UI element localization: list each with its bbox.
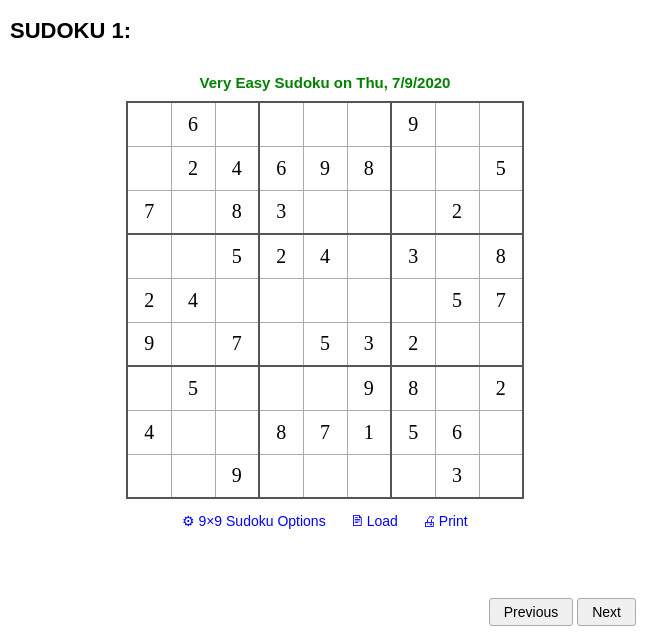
cell-4-6[interactable] [391, 278, 435, 322]
cell-6-2[interactable] [215, 366, 259, 410]
cell-8-3[interactable] [259, 454, 303, 498]
print-label: Print [439, 513, 468, 529]
cell-8-5[interactable] [347, 454, 391, 498]
cell-2-0[interactable]: 7 [127, 190, 171, 234]
cell-6-0[interactable] [127, 366, 171, 410]
cell-1-1[interactable]: 2 [171, 146, 215, 190]
cell-5-5[interactable]: 3 [347, 322, 391, 366]
cell-8-7[interactable]: 3 [435, 454, 479, 498]
cell-3-6[interactable]: 3 [391, 234, 435, 278]
sudoku-grid: 69246985783252438245797532598248715693 [126, 101, 524, 499]
cell-2-2[interactable]: 8 [215, 190, 259, 234]
sudoku-subtitle: Very Easy Sudoku on Thu, 7/9/2020 [200, 74, 451, 91]
load-label: Load [367, 513, 398, 529]
print-icon: 🖨 [422, 513, 436, 529]
grid-options-link[interactable]: ⚙ 9×9 Sudoku Options [182, 513, 325, 529]
cell-5-6[interactable]: 2 [391, 322, 435, 366]
cell-2-6[interactable] [391, 190, 435, 234]
cell-1-8[interactable]: 5 [479, 146, 523, 190]
cell-1-0[interactable] [127, 146, 171, 190]
cell-7-3[interactable]: 8 [259, 410, 303, 454]
cell-8-1[interactable] [171, 454, 215, 498]
cell-7-7[interactable]: 6 [435, 410, 479, 454]
cell-6-7[interactable] [435, 366, 479, 410]
cell-7-5[interactable]: 1 [347, 410, 391, 454]
print-link[interactable]: 🖨 Print [422, 513, 468, 529]
cell-0-0[interactable] [127, 102, 171, 146]
cell-4-2[interactable] [215, 278, 259, 322]
cell-7-4[interactable]: 7 [303, 410, 347, 454]
cell-5-7[interactable] [435, 322, 479, 366]
cell-7-8[interactable] [479, 410, 523, 454]
cell-5-3[interactable] [259, 322, 303, 366]
cell-3-4[interactable]: 4 [303, 234, 347, 278]
cell-2-5[interactable] [347, 190, 391, 234]
cell-1-5[interactable]: 8 [347, 146, 391, 190]
cell-1-2[interactable]: 4 [215, 146, 259, 190]
cell-7-6[interactable]: 5 [391, 410, 435, 454]
cell-4-1[interactable]: 4 [171, 278, 215, 322]
sudoku-options: ⚙ 9×9 Sudoku Options 🖹 Load 🖨 Print [182, 513, 467, 529]
cell-4-5[interactable] [347, 278, 391, 322]
cell-7-0[interactable]: 4 [127, 410, 171, 454]
cell-2-4[interactable] [303, 190, 347, 234]
cell-8-2[interactable]: 9 [215, 454, 259, 498]
cell-7-1[interactable] [171, 410, 215, 454]
cell-0-6[interactable]: 9 [391, 102, 435, 146]
next-button[interactable]: Next [577, 598, 636, 626]
cell-0-4[interactable] [303, 102, 347, 146]
cell-8-6[interactable] [391, 454, 435, 498]
cell-4-4[interactable] [303, 278, 347, 322]
nav-buttons: Previous Next [489, 598, 636, 626]
load-icon: 🖹 [350, 513, 364, 529]
cell-1-4[interactable]: 9 [303, 146, 347, 190]
cell-2-1[interactable] [171, 190, 215, 234]
cell-4-3[interactable] [259, 278, 303, 322]
gear-icon: ⚙ [182, 513, 195, 529]
cell-3-8[interactable]: 8 [479, 234, 523, 278]
cell-5-2[interactable]: 7 [215, 322, 259, 366]
cell-6-5[interactable]: 9 [347, 366, 391, 410]
cell-5-8[interactable] [479, 322, 523, 366]
cell-5-0[interactable]: 9 [127, 322, 171, 366]
cell-8-0[interactable] [127, 454, 171, 498]
cell-7-2[interactable] [215, 410, 259, 454]
cell-1-3[interactable]: 6 [259, 146, 303, 190]
cell-6-4[interactable] [303, 366, 347, 410]
grid-options-label: 9×9 Sudoku Options [198, 513, 325, 529]
cell-0-1[interactable]: 6 [171, 102, 215, 146]
cell-3-3[interactable]: 2 [259, 234, 303, 278]
cell-6-8[interactable]: 2 [479, 366, 523, 410]
page-title: SUDOKU 1: [0, 0, 650, 44]
cell-0-7[interactable] [435, 102, 479, 146]
cell-0-5[interactable] [347, 102, 391, 146]
cell-2-3[interactable]: 3 [259, 190, 303, 234]
cell-4-0[interactable]: 2 [127, 278, 171, 322]
previous-button[interactable]: Previous [489, 598, 573, 626]
sudoku-container: Very Easy Sudoku on Thu, 7/9/2020 692469… [0, 74, 650, 529]
cell-6-6[interactable]: 8 [391, 366, 435, 410]
cell-3-0[interactable] [127, 234, 171, 278]
cell-4-8[interactable]: 7 [479, 278, 523, 322]
cell-3-1[interactable] [171, 234, 215, 278]
cell-6-1[interactable]: 5 [171, 366, 215, 410]
cell-1-6[interactable] [391, 146, 435, 190]
cell-8-8[interactable] [479, 454, 523, 498]
cell-2-8[interactable] [479, 190, 523, 234]
cell-3-5[interactable] [347, 234, 391, 278]
cell-5-1[interactable] [171, 322, 215, 366]
load-link[interactable]: 🖹 Load [350, 513, 398, 529]
cell-0-3[interactable] [259, 102, 303, 146]
cell-1-7[interactable] [435, 146, 479, 190]
cell-4-7[interactable]: 5 [435, 278, 479, 322]
cell-8-4[interactable] [303, 454, 347, 498]
cell-2-7[interactable]: 2 [435, 190, 479, 234]
cell-0-8[interactable] [479, 102, 523, 146]
cell-3-7[interactable] [435, 234, 479, 278]
cell-6-3[interactable] [259, 366, 303, 410]
cell-3-2[interactable]: 5 [215, 234, 259, 278]
cell-0-2[interactable] [215, 102, 259, 146]
cell-5-4[interactable]: 5 [303, 322, 347, 366]
